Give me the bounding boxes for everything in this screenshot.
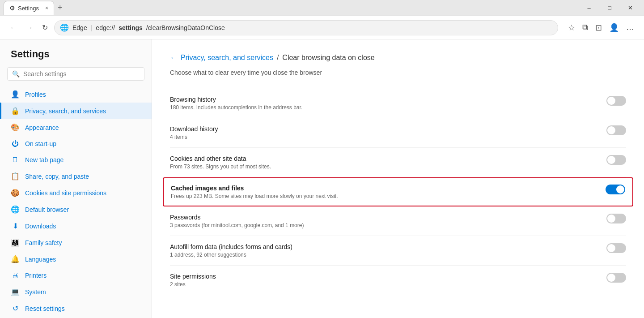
setting-title-site-permissions: Site permissions bbox=[170, 273, 596, 280]
setting-subtitle-cookies-site-data: From 73 sites. Signs you out of most sit… bbox=[170, 163, 596, 170]
nav-icon-startup: ⏻ bbox=[11, 140, 20, 148]
nav-label-downloads: Downloads bbox=[25, 223, 56, 230]
forward-button[interactable]: → bbox=[23, 22, 36, 34]
sidebar-item-cookies[interactable]: 🍪 Cookies and site permissions bbox=[0, 185, 152, 201]
setting-subtitle-site-permissions: 2 sites bbox=[170, 281, 596, 288]
nav-icon-sharecopy: 📋 bbox=[11, 172, 20, 180]
sidebar-item-reset[interactable]: ↺ Reset settings bbox=[0, 300, 152, 317]
title-bar: ⚙ Settings × + – □ ✕ bbox=[0, 0, 644, 16]
tab-close-button[interactable]: × bbox=[45, 5, 48, 11]
setting-info-download-history: Download history4 items bbox=[170, 125, 596, 140]
minimize-button[interactable]: – bbox=[579, 0, 599, 16]
setting-info-passwords: Passwords3 passwords (for minitool.com, … bbox=[170, 214, 596, 228]
setting-info-autofill: Autofill form data (includes forms and c… bbox=[170, 243, 596, 258]
sidebar-item-profiles[interactable]: 👤 Profiles bbox=[0, 86, 152, 103]
nav-label-startup: On start-up bbox=[25, 140, 56, 147]
more-tools-button[interactable]: … bbox=[623, 20, 637, 35]
sidebar-item-startup[interactable]: ⏻ On start-up bbox=[0, 136, 152, 152]
nav-icon-familysafety: 👨‍👩‍👧 bbox=[11, 238, 20, 247]
nav-label-appearance: Appearance bbox=[25, 124, 59, 131]
search-icon: 🔍 bbox=[12, 70, 20, 77]
sidebar-item-appearance[interactable]: 🎨 Appearance bbox=[0, 119, 152, 136]
back-icon[interactable]: ← bbox=[170, 54, 177, 62]
page-description: Choose what to clear every time you clos… bbox=[170, 69, 626, 76]
setting-info-browsing-history: Browsing history180 items. Includes auto… bbox=[170, 96, 596, 111]
nav-icon-privacy: 🔒 bbox=[11, 107, 20, 115]
address-bar: ← → ↻ 🌐 Edge | edge://settings/clearBrow… bbox=[0, 16, 644, 39]
setting-row-site-permissions: Site permissions2 sites bbox=[170, 266, 626, 295]
setting-subtitle-download-history: 4 items bbox=[170, 134, 596, 140]
breadcrumb-separator: / bbox=[277, 54, 279, 62]
toggle-autofill[interactable] bbox=[606, 243, 626, 253]
new-tab-button[interactable]: + bbox=[55, 3, 65, 13]
toggle-passwords[interactable] bbox=[606, 214, 626, 223]
search-input[interactable] bbox=[23, 70, 140, 77]
tab-icon: ⚙ bbox=[9, 4, 15, 12]
setting-row-autofill: Autofill form data (includes forms and c… bbox=[170, 236, 626, 266]
setting-subtitle-autofill: 1 address, 92 other suggestions bbox=[170, 252, 596, 258]
nav-icon-printers: 🖨 bbox=[11, 271, 20, 279]
split-screen-button[interactable]: ⊡ bbox=[593, 20, 605, 35]
sidebar: Settings 🔍 👤 Profiles 🔒 Privacy, search,… bbox=[0, 39, 152, 318]
favorites-button[interactable]: ☆ bbox=[565, 20, 578, 35]
url-scheme: edge:// bbox=[96, 24, 115, 31]
breadcrumb-link[interactable]: Privacy, search, and services bbox=[181, 54, 273, 62]
sidebar-item-downloads[interactable]: ⬇ Downloads bbox=[0, 218, 152, 234]
toggle-cached-images[interactable] bbox=[606, 185, 625, 194]
breadcrumb: ← Privacy, search, and services / Clear … bbox=[170, 54, 626, 62]
setting-row-cookies-site-data: Cookies and other site dataFrom 73 sites… bbox=[170, 148, 626, 177]
setting-row-browsing-history: Browsing history180 items. Includes auto… bbox=[170, 89, 626, 118]
maximize-button[interactable]: □ bbox=[599, 0, 620, 16]
setting-row-download-history: Download history4 items bbox=[170, 118, 626, 148]
nav-label-reset: Reset settings bbox=[25, 305, 65, 312]
setting-info-site-permissions: Site permissions2 sites bbox=[170, 273, 596, 288]
setting-subtitle-passwords: 3 passwords (for minitool.com, google.co… bbox=[170, 222, 596, 228]
url-box[interactable]: 🌐 Edge | edge://settings/clearBrowsingDa… bbox=[54, 20, 558, 35]
nav-icon-reset: ↺ bbox=[11, 304, 20, 313]
setting-title-cached-images: Cached images and files bbox=[171, 185, 595, 192]
toggle-site-permissions[interactable] bbox=[606, 273, 626, 283]
url-bold: settings bbox=[119, 24, 143, 31]
toggle-cookies-site-data[interactable] bbox=[606, 155, 626, 165]
sidebar-item-system[interactable]: 💻 System bbox=[0, 284, 152, 300]
sidebar-item-newtab[interactable]: 🗒 New tab page bbox=[0, 152, 152, 168]
nav-label-printers: Printers bbox=[25, 272, 47, 279]
back-button[interactable]: ← bbox=[7, 22, 20, 34]
setting-subtitle-cached-images: Frees up 223 MB. Some sites may load mor… bbox=[171, 193, 595, 199]
close-button[interactable]: ✕ bbox=[620, 0, 640, 16]
toggle-download-history[interactable] bbox=[606, 125, 626, 135]
setting-info-cookies-site-data: Cookies and other site dataFrom 73 sites… bbox=[170, 155, 596, 170]
setting-title-download-history: Download history bbox=[170, 125, 596, 133]
url-rest: /clearBrowsingDataOnClose bbox=[146, 24, 225, 31]
sidebar-item-familysafety[interactable]: 👨‍👩‍👧 Family safety bbox=[0, 234, 152, 251]
nav-label-privacy: Privacy, search, and services bbox=[25, 107, 106, 115]
search-box[interactable]: 🔍 bbox=[7, 67, 144, 81]
breadcrumb-current: Clear browsing data on close bbox=[282, 54, 374, 62]
refresh-button[interactable]: ↻ bbox=[39, 21, 51, 34]
settings-list: Browsing history180 items. Includes auto… bbox=[170, 89, 626, 295]
sidebar-item-printers[interactable]: 🖨 Printers bbox=[0, 267, 152, 284]
nav-label-languages: Languages bbox=[25, 256, 56, 263]
collections-button[interactable]: ⧉ bbox=[580, 20, 591, 35]
nav-label-familysafety: Family safety bbox=[25, 239, 62, 246]
active-tab[interactable]: ⚙ Settings × bbox=[4, 1, 54, 15]
sidebar-item-defaultbrowser[interactable]: 🌐 Default browser bbox=[0, 201, 152, 218]
sidebar-item-sharecopy[interactable]: 📋 Share, copy, and paste bbox=[0, 168, 152, 185]
nav-icon-appearance: 🎨 bbox=[11, 123, 20, 132]
setting-title-browsing-history: Browsing history bbox=[170, 96, 596, 103]
sidebar-nav: 👤 Profiles 🔒 Privacy, search, and servic… bbox=[0, 86, 152, 318]
tab-bar: ⚙ Settings × + bbox=[4, 0, 65, 16]
toggle-browsing-history[interactable] bbox=[606, 96, 626, 106]
nav-icon-cookies: 🍪 bbox=[11, 189, 20, 197]
nav-label-defaultbrowser: Default browser bbox=[25, 206, 69, 213]
nav-label-sharecopy: Share, copy, and paste bbox=[25, 173, 89, 180]
sidebar-item-privacy[interactable]: 🔒 Privacy, search, and services bbox=[0, 103, 152, 119]
setting-row-cached-images: Cached images and filesFrees up 223 MB. … bbox=[163, 177, 633, 206]
nav-icon-profiles: 👤 bbox=[11, 90, 20, 99]
nav-icon-languages: 🔔 bbox=[11, 255, 20, 263]
toolbar-icons: ☆ ⧉ ⊡ 👤 … bbox=[565, 20, 637, 35]
sidebar-item-languages[interactable]: 🔔 Languages bbox=[0, 251, 152, 267]
tab-label: Settings bbox=[18, 5, 39, 12]
profile-button[interactable]: 👤 bbox=[606, 20, 622, 35]
setting-info-cached-images: Cached images and filesFrees up 223 MB. … bbox=[171, 185, 595, 199]
